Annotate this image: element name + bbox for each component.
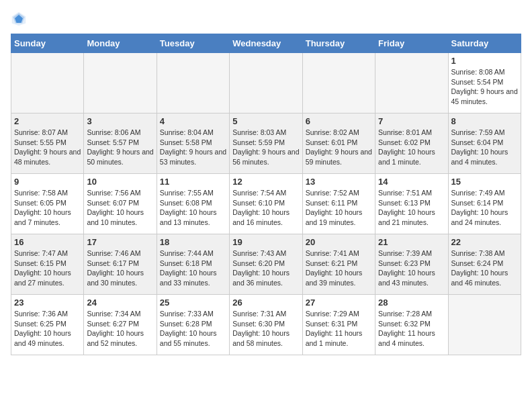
day-number: 5: [232, 116, 299, 126]
day-info: Sunrise: 7:29 AM Sunset: 6:31 PM Dayligh…: [306, 309, 372, 349]
calendar-cell: 12Sunrise: 7:54 AM Sunset: 6:10 PM Dayli…: [230, 174, 302, 234]
day-number: 11: [160, 177, 226, 187]
day-number: 15: [451, 177, 518, 187]
day-info: Sunrise: 7:51 AM Sunset: 6:13 PM Dayligh…: [378, 188, 445, 228]
calendar-cell: 13Sunrise: 7:52 AM Sunset: 6:11 PM Dayli…: [302, 174, 375, 234]
day-info: Sunrise: 7:28 AM Sunset: 6:32 PM Dayligh…: [378, 309, 445, 349]
calendar-cell: 7Sunrise: 8:01 AM Sunset: 6:02 PM Daylig…: [375, 113, 448, 174]
day-number: 20: [306, 237, 372, 247]
day-number: 13: [306, 177, 372, 187]
day-number: 24: [87, 298, 153, 308]
calendar-week-row: 9Sunrise: 7:58 AM Sunset: 6:05 PM Daylig…: [11, 174, 521, 234]
day-info: Sunrise: 7:36 AM Sunset: 6:25 PM Dayligh…: [14, 309, 81, 349]
day-number: 12: [232, 177, 299, 187]
calendar-cell: 22Sunrise: 7:38 AM Sunset: 6:24 PM Dayli…: [448, 234, 521, 295]
day-number: 27: [306, 298, 372, 308]
day-info: Sunrise: 7:58 AM Sunset: 6:05 PM Dayligh…: [14, 188, 81, 228]
day-number: 6: [306, 116, 372, 126]
day-info: Sunrise: 8:08 AM Sunset: 5:54 PM Dayligh…: [451, 67, 518, 107]
calendar-cell: [230, 53, 302, 113]
calendar-cell: 23Sunrise: 7:36 AM Sunset: 6:25 PM Dayli…: [11, 295, 84, 355]
calendar-cell: [302, 53, 375, 113]
day-info: Sunrise: 8:07 AM Sunset: 5:55 PM Dayligh…: [14, 128, 81, 167]
day-number: 16: [14, 237, 81, 247]
calendar-week-row: 16Sunrise: 7:47 AM Sunset: 6:15 PM Dayli…: [11, 234, 521, 295]
day-info: Sunrise: 7:33 AM Sunset: 6:28 PM Dayligh…: [160, 309, 226, 349]
day-number: 22: [451, 237, 518, 247]
day-info: Sunrise: 7:52 AM Sunset: 6:11 PM Dayligh…: [306, 188, 372, 228]
calendar-cell: [448, 295, 521, 355]
calendar-cell: 17Sunrise: 7:46 AM Sunset: 6:17 PM Dayli…: [84, 234, 157, 295]
calendar-cell: [84, 53, 157, 113]
day-number: 25: [160, 298, 226, 308]
calendar-cell: 28Sunrise: 7:28 AM Sunset: 6:32 PM Dayli…: [375, 295, 448, 355]
day-info: Sunrise: 7:38 AM Sunset: 6:24 PM Dayligh…: [451, 248, 518, 288]
weekday-header-sunday: Sunday: [11, 34, 84, 53]
day-number: 8: [451, 116, 518, 126]
weekday-header-tuesday: Tuesday: [157, 34, 229, 53]
weekday-header-monday: Monday: [84, 34, 157, 53]
day-info: Sunrise: 7:47 AM Sunset: 6:15 PM Dayligh…: [14, 248, 81, 288]
day-info: Sunrise: 8:01 AM Sunset: 6:02 PM Dayligh…: [378, 128, 445, 167]
day-number: 17: [87, 237, 153, 247]
day-info: Sunrise: 7:55 AM Sunset: 6:08 PM Dayligh…: [160, 188, 226, 228]
calendar-table: SundayMondayTuesdayWednesdayThursdayFrid…: [11, 34, 521, 355]
calendar-cell: 18Sunrise: 7:44 AM Sunset: 6:18 PM Dayli…: [157, 234, 229, 295]
calendar-cell: 24Sunrise: 7:34 AM Sunset: 6:27 PM Dayli…: [84, 295, 157, 355]
day-number: 19: [232, 237, 299, 247]
day-number: 21: [378, 237, 445, 247]
day-number: 14: [378, 177, 445, 187]
calendar-cell: 1Sunrise: 8:08 AM Sunset: 5:54 PM Daylig…: [448, 53, 521, 113]
day-number: 4: [160, 116, 226, 126]
day-number: 10: [87, 177, 153, 187]
weekday-header-wednesday: Wednesday: [230, 34, 302, 53]
page-header: [11, 11, 521, 27]
weekday-header-thursday: Thursday: [302, 34, 375, 53]
logo-icon: [11, 11, 27, 27]
calendar-cell: 9Sunrise: 7:58 AM Sunset: 6:05 PM Daylig…: [11, 174, 84, 234]
day-info: Sunrise: 7:54 AM Sunset: 6:10 PM Dayligh…: [232, 188, 299, 228]
day-info: Sunrise: 7:39 AM Sunset: 6:23 PM Dayligh…: [378, 248, 445, 288]
calendar-cell: 15Sunrise: 7:49 AM Sunset: 6:14 PM Dayli…: [448, 174, 521, 234]
calendar-week-row: 2Sunrise: 8:07 AM Sunset: 5:55 PM Daylig…: [11, 113, 521, 174]
calendar-cell: 20Sunrise: 7:41 AM Sunset: 6:21 PM Dayli…: [302, 234, 375, 295]
calendar-cell: 8Sunrise: 7:59 AM Sunset: 6:04 PM Daylig…: [448, 113, 521, 174]
calendar-cell: [375, 53, 448, 113]
calendar-cell: 10Sunrise: 7:56 AM Sunset: 6:07 PM Dayli…: [84, 174, 157, 234]
calendar-cell: 3Sunrise: 8:06 AM Sunset: 5:57 PM Daylig…: [84, 113, 157, 174]
day-number: 1: [451, 56, 518, 66]
calendar-cell: 5Sunrise: 8:03 AM Sunset: 5:59 PM Daylig…: [230, 113, 302, 174]
day-info: Sunrise: 7:49 AM Sunset: 6:14 PM Dayligh…: [451, 188, 518, 228]
day-number: 2: [14, 116, 81, 126]
calendar-week-row: 23Sunrise: 7:36 AM Sunset: 6:25 PM Dayli…: [11, 295, 521, 355]
calendar-cell: 2Sunrise: 8:07 AM Sunset: 5:55 PM Daylig…: [11, 113, 84, 174]
day-info: Sunrise: 7:31 AM Sunset: 6:30 PM Dayligh…: [232, 309, 299, 349]
calendar-cell: [11, 53, 84, 113]
calendar-cell: 26Sunrise: 7:31 AM Sunset: 6:30 PM Dayli…: [230, 295, 302, 355]
day-info: Sunrise: 8:06 AM Sunset: 5:57 PM Dayligh…: [87, 128, 153, 167]
calendar-cell: [157, 53, 229, 113]
day-number: 26: [232, 298, 299, 308]
day-info: Sunrise: 7:46 AM Sunset: 6:17 PM Dayligh…: [87, 248, 153, 288]
day-info: Sunrise: 7:43 AM Sunset: 6:20 PM Dayligh…: [232, 248, 299, 288]
calendar-cell: 14Sunrise: 7:51 AM Sunset: 6:13 PM Dayli…: [375, 174, 448, 234]
calendar-cell: 25Sunrise: 7:33 AM Sunset: 6:28 PM Dayli…: [157, 295, 229, 355]
weekday-header-friday: Friday: [375, 34, 448, 53]
day-info: Sunrise: 7:56 AM Sunset: 6:07 PM Dayligh…: [87, 188, 153, 228]
day-number: 3: [87, 116, 153, 126]
calendar-cell: 11Sunrise: 7:55 AM Sunset: 6:08 PM Dayli…: [157, 174, 229, 234]
calendar-cell: 4Sunrise: 8:04 AM Sunset: 5:58 PM Daylig…: [157, 113, 229, 174]
day-info: Sunrise: 7:44 AM Sunset: 6:18 PM Dayligh…: [160, 248, 226, 288]
weekday-header-row: SundayMondayTuesdayWednesdayThursdayFrid…: [11, 34, 521, 53]
day-info: Sunrise: 8:04 AM Sunset: 5:58 PM Dayligh…: [160, 128, 226, 167]
day-info: Sunrise: 7:41 AM Sunset: 6:21 PM Dayligh…: [306, 248, 372, 288]
day-info: Sunrise: 8:02 AM Sunset: 6:01 PM Dayligh…: [306, 128, 372, 167]
logo: [11, 11, 30, 27]
day-number: 28: [378, 298, 445, 308]
calendar-cell: 6Sunrise: 8:02 AM Sunset: 6:01 PM Daylig…: [302, 113, 375, 174]
calendar-cell: 16Sunrise: 7:47 AM Sunset: 6:15 PM Dayli…: [11, 234, 84, 295]
calendar-week-row: 1Sunrise: 8:08 AM Sunset: 5:54 PM Daylig…: [11, 53, 521, 113]
day-info: Sunrise: 8:03 AM Sunset: 5:59 PM Dayligh…: [232, 128, 299, 167]
day-number: 9: [14, 177, 81, 187]
calendar-cell: 27Sunrise: 7:29 AM Sunset: 6:31 PM Dayli…: [302, 295, 375, 355]
